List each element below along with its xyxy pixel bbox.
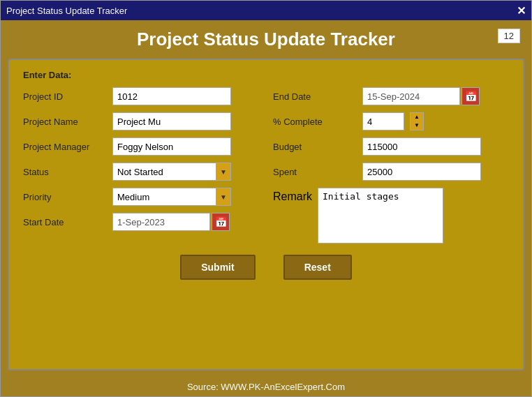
window-title: Project Status Update Tracker: [6, 6, 127, 16]
percent-up-button[interactable]: ▲: [411, 113, 423, 121]
project-name-input[interactable]: [112, 112, 231, 130]
remark-row: Remark: [273, 188, 509, 244]
percent-label: % Complete: [273, 117, 357, 127]
start-date-wrapper: 📅: [112, 213, 230, 231]
close-button[interactable]: ✕: [517, 4, 526, 17]
spent-row: Spent: [273, 163, 509, 181]
percent-down-button[interactable]: ▼: [411, 121, 423, 130]
status-select[interactable]: Not Started In Progress Completed On Hol…: [112, 163, 231, 181]
remark-label: Remark: [273, 188, 312, 203]
app-title: Project Status Update Tracker: [12, 29, 520, 50]
group-label: Enter Data:: [23, 70, 509, 80]
form-grid: Project ID Project Name Project Manager …: [23, 87, 509, 244]
project-manager-input[interactable]: [112, 137, 231, 156]
remark-input[interactable]: [318, 188, 443, 244]
start-date-label: Start Date: [23, 217, 107, 227]
project-manager-label: Project Manager: [23, 142, 107, 152]
end-date-calendar-button[interactable]: 📅: [461, 87, 480, 105]
project-id-label: Project ID: [23, 91, 107, 102]
end-date-label: End Date: [273, 91, 357, 102]
title-bar: Project Status Update Tracker ✕: [1, 1, 531, 20]
submit-button[interactable]: Submit: [180, 255, 255, 280]
priority-select[interactable]: Low Medium High: [112, 188, 231, 206]
end-date-wrapper: 📅: [362, 87, 480, 105]
footer: Source: WWW.PK-AnExcelExpert.Com: [1, 377, 531, 396]
start-date-row: Start Date 📅: [23, 213, 259, 231]
percent-input[interactable]: [362, 112, 404, 130]
project-id-input[interactable]: [112, 87, 231, 105]
end-date-input[interactable]: [362, 87, 460, 105]
footer-text: Source: WWW.PK-AnExcelExpert.Com: [187, 382, 345, 392]
priority-wrapper: Low Medium High ▼: [112, 188, 231, 206]
project-name-row: Project Name: [23, 112, 259, 130]
status-label: Status: [23, 167, 107, 177]
end-date-row: End Date 📅: [273, 87, 509, 105]
project-id-row: Project ID: [23, 87, 259, 105]
buttons-row: Submit Reset: [23, 255, 509, 280]
budget-input[interactable]: [362, 137, 481, 156]
main-content: Project Status Update Tracker 12 Enter D…: [1, 20, 531, 396]
start-date-calendar-button[interactable]: 📅: [212, 213, 230, 231]
budget-row: Budget: [273, 137, 509, 156]
priority-row: Priority Low Medium High ▼: [23, 188, 259, 206]
spent-input[interactable]: [362, 163, 481, 181]
budget-label: Budget: [273, 142, 357, 152]
start-date-input[interactable]: [112, 213, 210, 231]
percent-spinner[interactable]: ▲ ▼: [410, 112, 424, 130]
project-name-label: Project Name: [23, 117, 107, 127]
main-window: Project Status Update Tracker ✕ Project …: [0, 0, 532, 397]
reset-button[interactable]: Reset: [283, 255, 352, 280]
left-column: Project ID Project Name Project Manager …: [23, 87, 259, 244]
project-manager-row: Project Manager: [23, 137, 259, 156]
header-area: Project Status Update Tracker 12: [1, 20, 531, 59]
right-column: End Date 📅 % Complete ▲ ▼: [273, 87, 509, 244]
status-row: Status Not Started In Progress Completed…: [23, 163, 259, 181]
spent-label: Spent: [273, 167, 357, 177]
percent-row: % Complete ▲ ▼: [273, 112, 509, 130]
form-area: Enter Data: Project ID Project Name Proj…: [8, 59, 524, 370]
status-wrapper: Not Started In Progress Completed On Hol…: [112, 163, 231, 181]
badge: 12: [498, 29, 520, 43]
priority-label: Priority: [23, 192, 107, 202]
